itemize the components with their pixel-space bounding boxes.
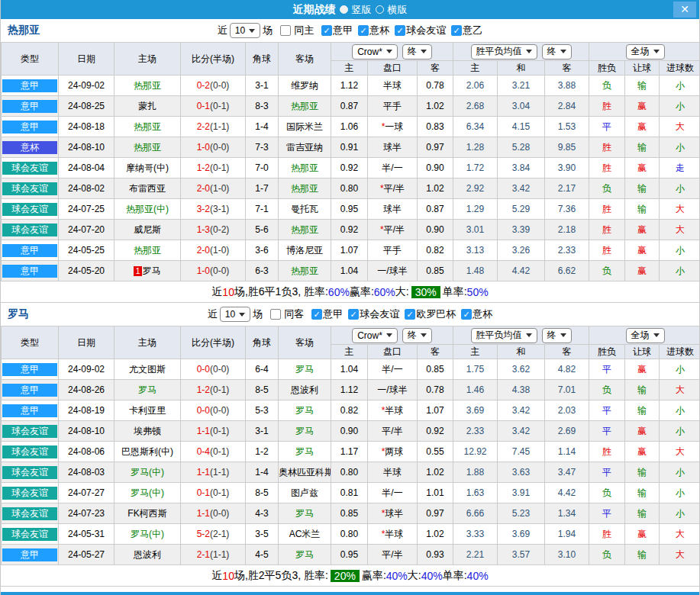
mean-source-select[interactable]: 胜平负均值 <box>471 328 537 343</box>
away-team-name[interactable]: 热那亚 <box>291 101 318 111</box>
league-checkbox-label[interactable]: 球会友谊 <box>406 24 446 37</box>
mean-away-cell: 4.42 <box>545 483 589 503</box>
away-team-name[interactable]: 罗马 <box>295 508 314 519</box>
mean-stage-select[interactable]: 终 <box>542 328 572 343</box>
league-checkbox-label[interactable]: 意甲 <box>323 307 343 321</box>
away-team-name[interactable]: 热那亚 <box>291 224 318 235</box>
league-checkbox[interactable]: ✓ <box>321 25 332 36</box>
same-away-checkbox[interactable] <box>270 309 281 320</box>
league-checkbox[interactable]: ✓ <box>358 25 369 36</box>
horizontal-layout-label[interactable]: 横版 <box>388 3 408 17</box>
close-button[interactable]: ✕ <box>673 2 696 18</box>
odds-stage-select[interactable]: 终 <box>402 328 432 343</box>
vertical-layout-label[interactable]: 竖版 <box>352 3 372 17</box>
league-checkbox[interactable]: ✓ <box>405 309 415 320</box>
mean-stage-select[interactable]: 终 <box>542 44 572 60</box>
away-team-name[interactable]: 恩波利 <box>291 384 318 395</box>
away-team-name[interactable]: 曼托瓦 <box>291 204 318 214</box>
league-type-cell: 意甲 <box>2 359 59 380</box>
mean-home-cell: 12.92 <box>453 442 498 462</box>
away-team-name[interactable]: 国际米兰 <box>286 121 323 132</box>
corner-cell: 3-1 <box>246 421 279 442</box>
away-team-name[interactable]: 奥林匹亚科斯 <box>279 467 331 478</box>
home-team-name[interactable]: 罗马 <box>138 384 156 395</box>
same-home-label[interactable]: 同主 <box>294 24 314 37</box>
league-checkbox[interactable]: ✓ <box>311 309 322 320</box>
league-checkbox[interactable]: ✓ <box>348 309 359 320</box>
odds-stage-select[interactable]: 终 <box>402 44 432 60</box>
away-team-name[interactable]: 图卢兹 <box>291 487 318 498</box>
vertical-layout-radio[interactable] <box>340 5 348 14</box>
mean-source-select[interactable]: 胜平负均值 <box>471 44 537 60</box>
home-team-name[interactable]: 威尼斯 <box>134 224 161 235</box>
away-team-name[interactable]: 热那亚 <box>291 162 318 173</box>
odds-source-select[interactable]: Crow* <box>352 44 398 60</box>
home-team-name[interactable]: 埃弗顿 <box>134 426 161 436</box>
chevron-down-icon <box>386 333 392 337</box>
same-home-checkbox[interactable] <box>280 25 291 36</box>
league-checkbox-label[interactable]: 意杯 <box>473 307 492 321</box>
corner-cell: 6-3 <box>246 261 279 281</box>
away-team-name[interactable]: 罗马 <box>295 446 314 457</box>
scope-select[interactable]: 全场 <box>626 44 665 60</box>
col-header-score: 比分(半场) <box>181 326 246 359</box>
home-team-name[interactable]: 恩波利 <box>134 549 161 560</box>
away-team-name[interactable]: 罗马 <box>295 426 314 436</box>
away-team-name[interactable]: 博洛尼亚 <box>286 245 323 256</box>
score-cell: 2-0(1-0) <box>181 240 246 261</box>
home-team-name[interactable]: 热那亚 <box>134 80 161 91</box>
mean-home-cell: 1.72 <box>453 158 498 178</box>
league-checkbox[interactable]: ✓ <box>461 309 472 320</box>
home-team-name[interactable]: 罗马 <box>143 265 161 276</box>
home-team-name[interactable]: 热那亚 <box>134 245 161 256</box>
away-team-name[interactable]: 罗马 <box>295 364 314 375</box>
odds-away-cell: 0.85 <box>418 261 453 281</box>
away-team-name[interactable]: 热那亚 <box>291 265 318 276</box>
odds-away-cell: 0.97 <box>418 137 453 158</box>
league-checkbox[interactable]: ✓ <box>451 25 462 36</box>
home-team-name[interactable]: 卡利亚里 <box>129 405 166 416</box>
home-team-name[interactable]: 热那亚 <box>134 142 161 153</box>
odds-source-select[interactable]: Crow* <box>352 328 398 343</box>
league-type-cell: 球会友谊 <box>2 483 59 503</box>
home-team-name[interactable]: 摩纳哥(中) <box>126 162 169 173</box>
match-count-select[interactable]: 10 <box>220 307 250 322</box>
away-team-name[interactable]: 罗马 <box>295 405 314 416</box>
away-team-name[interactable]: AC米兰 <box>289 529 321 539</box>
home-team-name[interactable]: 热那亚 <box>134 121 161 132</box>
league-checkbox[interactable]: ✓ <box>395 25 405 36</box>
league-checkbox-label[interactable]: 意乙 <box>463 24 482 37</box>
scope-select[interactable]: 全场 <box>626 328 665 343</box>
league-checkbox-label[interactable]: 意杯 <box>369 24 389 37</box>
halftime-score: (0-1) <box>210 446 229 457</box>
home-team-name[interactable]: 尤文图斯 <box>129 364 166 375</box>
mean-draw-cell: 3.91 <box>498 483 545 503</box>
home-team-name[interactable]: 罗马(中) <box>131 487 164 498</box>
mean-draw-cell: 3.84 <box>498 158 545 178</box>
fulltime-score: 2-0 <box>197 183 210 194</box>
near-label: 近 <box>208 307 218 321</box>
horizontal-layout-radio[interactable] <box>376 5 384 14</box>
home-team-name[interactable]: 布雷西亚 <box>129 183 166 194</box>
league-checkbox-label[interactable]: 球会友谊 <box>360 307 399 321</box>
mean-away-cell: 3.88 <box>545 76 589 96</box>
away-team-name[interactable]: 维罗纳 <box>291 80 318 91</box>
home-team-name[interactable]: FK柯西斯 <box>127 508 166 519</box>
away-team-name[interactable]: 雷吉亚纳 <box>286 142 323 153</box>
score-cell: 2-0(1-0) <box>181 178 246 199</box>
same-away-label[interactable]: 同客 <box>284 307 304 321</box>
home-team-name[interactable]: 巴恩斯利(中) <box>121 446 173 457</box>
col-header-away: 客场 <box>279 43 331 76</box>
fulltime-score: 0-4 <box>197 446 210 457</box>
away-team-name[interactable]: 罗马 <box>295 549 314 560</box>
home-team-name[interactable]: 罗马(中) <box>131 467 164 478</box>
home-team-name[interactable]: 蒙扎 <box>138 101 156 111</box>
away-team-name[interactable]: 热那亚 <box>291 183 318 194</box>
home-team-name[interactable]: 热那亚(中) <box>126 204 169 214</box>
league-checkbox-label[interactable]: 欧罗巴杯 <box>416 307 456 321</box>
score-cell: 2-1(1-1) <box>181 545 246 565</box>
match-count-select[interactable]: 10 <box>230 23 260 38</box>
mean-source-value: 胜平负均值 <box>476 329 522 342</box>
home-team-name[interactable]: 罗马(中) <box>131 529 164 539</box>
league-checkbox-label[interactable]: 意甲 <box>333 24 353 37</box>
